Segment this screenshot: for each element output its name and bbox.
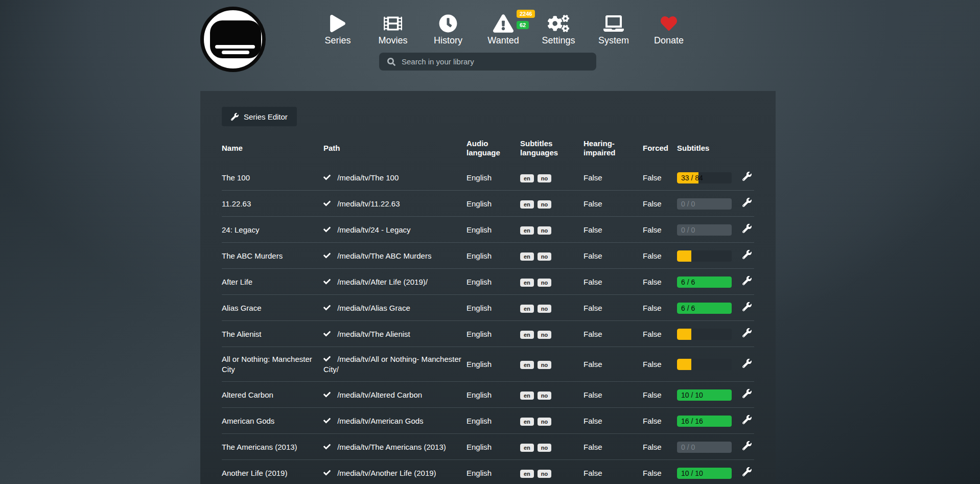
language-badge-en: en (520, 418, 534, 426)
logo-screen (210, 20, 261, 58)
series-editor-label: Series Editor (244, 112, 288, 121)
check-icon (323, 252, 331, 259)
series-editor-button[interactable]: Series Editor (222, 107, 297, 126)
series-path-text: /media/tv/The Alienist (335, 330, 410, 338)
table-row: American Gods /media/tv/American Gods En… (222, 408, 754, 434)
nav-item-settings[interactable]: Settings (531, 13, 586, 46)
nav-label: Wanted (487, 35, 519, 46)
nav-label: Settings (542, 35, 575, 46)
hearing-impaired-value: False (584, 295, 643, 321)
hearing-impaired-value: False (584, 408, 643, 434)
bazarr-logo[interactable] (200, 7, 266, 72)
table-row: The Americans (2013) /media/tv/The Ameri… (222, 434, 754, 460)
subtitles-progress-bar: 16 / 16 (677, 416, 732, 427)
series-path-text: /media/tv/24 - Legacy (335, 225, 411, 234)
series-path: /media/tv/The ABC Murders (323, 243, 466, 269)
forced-value: False (643, 460, 677, 484)
check-icon (323, 174, 331, 181)
subtitles-languages: enno (520, 434, 584, 460)
subtitles-progress-bar: 33 / 84 (677, 172, 732, 183)
subtitles-languages: enno (520, 347, 584, 382)
check-icon (323, 278, 331, 285)
nav-item-series[interactable]: Series (310, 13, 365, 46)
subtitles-progress-cell: 33 / 84 (677, 165, 742, 191)
edit-series-button[interactable] (742, 441, 752, 450)
subtitles-progress-cell: 16 / 16 (677, 408, 742, 434)
edit-series-button[interactable] (742, 302, 752, 311)
wrench-icon (742, 224, 752, 233)
series-path: /media/tv/The Americans (2013) (323, 434, 466, 460)
table-row: The 100 /media/tv/The 100 English enno F… (222, 165, 754, 191)
wrench-icon (742, 198, 752, 207)
hearing-impaired-value: False (584, 243, 643, 269)
check-icon (323, 469, 331, 476)
language-badge-no: no (538, 174, 551, 182)
subtitles-languages: enno (520, 460, 584, 484)
edit-series-button[interactable] (742, 359, 752, 368)
series-name: American Gods (222, 408, 323, 434)
edit-series-button[interactable] (742, 467, 752, 476)
nav-item-movies[interactable]: Movies (365, 13, 421, 46)
table-row: The Alienist /media/tv/The Alienist Engl… (222, 321, 754, 347)
table-row: All or Nothing: Manchester City /media/t… (222, 347, 754, 382)
nav-item-history[interactable]: History (421, 13, 476, 46)
nav-label: Series (324, 35, 351, 46)
subtitles-progress-bar: 0 / 0 (677, 224, 732, 236)
edit-series-button[interactable] (742, 328, 752, 337)
forced-value: False (643, 243, 677, 269)
hearing-impaired-value: False (584, 460, 643, 484)
series-name: The Alienist (222, 321, 323, 347)
edit-series-button[interactable] (742, 224, 752, 233)
series-path-text: /media/tv/11.22.63 (335, 199, 400, 208)
progress-label: 6 / 6 (681, 303, 695, 314)
series-path-text: /media/tv/All or Nothing- Manchester Cit… (323, 355, 461, 374)
subtitles-progress-bar: 6 / 6 (677, 276, 732, 288)
header-name: Name (222, 134, 323, 165)
series-path: /media/tv/Another Life (2019) (323, 460, 466, 484)
check-icon (323, 304, 331, 311)
audio-language: English (466, 347, 520, 382)
search-input[interactable] (402, 57, 596, 66)
subtitles-progress-cell (677, 243, 742, 269)
wrench-icon (742, 467, 752, 476)
language-badge-no: no (538, 331, 551, 339)
subtitles-languages: enno (520, 269, 584, 295)
edit-series-button[interactable] (742, 198, 752, 207)
header-forced: Forced (643, 134, 677, 165)
series-name: The ABC Murders (222, 243, 323, 269)
nav-item-donate[interactable]: Donate (641, 13, 696, 46)
subtitles-languages: enno (520, 217, 584, 243)
computer-icon (603, 13, 624, 34)
series-editor-panel: Series Editor Name Path Audio language S… (200, 91, 776, 484)
wrench-icon (742, 302, 752, 311)
edit-series-button[interactable] (742, 415, 752, 424)
series-name: The Americans (2013) (222, 434, 323, 460)
nav-item-system[interactable]: System (586, 13, 641, 46)
language-badge-en: en (520, 226, 534, 235)
progress-label: 0 / 0 (681, 198, 695, 210)
edit-series-button[interactable] (742, 276, 752, 285)
logo-subtitle-line (222, 51, 249, 54)
subtitles-progress-cell: 6 / 6 (677, 269, 742, 295)
series-path-text: /media/tv/Altered Carbon (335, 390, 422, 399)
edit-series-button[interactable] (742, 389, 752, 398)
nav-item-wanted[interactable]: Wanted 2246 62 (476, 13, 531, 46)
forced-value: False (643, 191, 677, 217)
series-name: 24: Legacy (222, 217, 323, 243)
subtitles-languages: enno (520, 382, 584, 408)
actions-cell (742, 165, 754, 191)
wrench-icon (742, 276, 752, 285)
wrench-icon (231, 113, 239, 121)
edit-series-button[interactable] (742, 250, 752, 259)
nav-label: Movies (378, 35, 407, 46)
actions-cell (742, 191, 754, 217)
progress-fill (677, 250, 691, 262)
check-icon (323, 417, 331, 424)
language-badge-no: no (538, 305, 551, 313)
language-badge-en: en (520, 174, 534, 182)
wrench-icon (742, 172, 752, 181)
edit-series-button[interactable] (742, 172, 752, 181)
forced-value: False (643, 165, 677, 191)
table-row: 11.22.63 /media/tv/11.22.63 English enno… (222, 191, 754, 217)
series-path-text: /media/tv/Another Life (2019) (335, 469, 436, 477)
